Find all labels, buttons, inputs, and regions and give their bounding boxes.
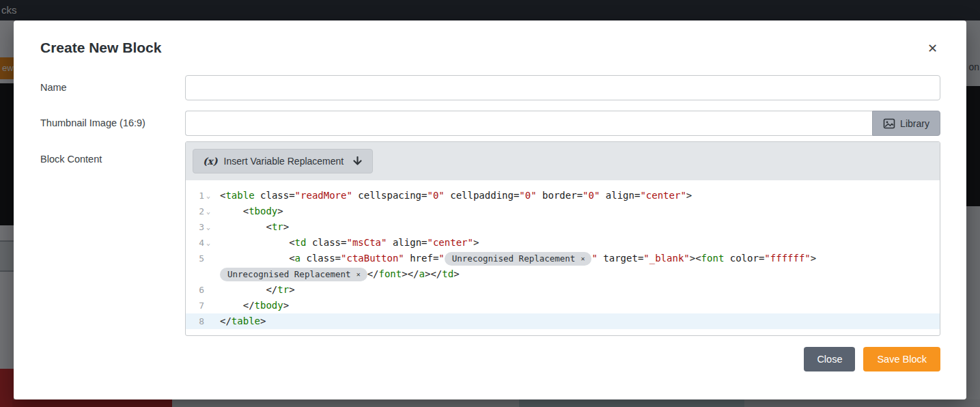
block-content-label: Block Content	[40, 141, 185, 336]
thumbnail-row: Thumbnail Image (16:9) Library	[40, 111, 940, 136]
line-number-gutter: 6	[186, 282, 213, 298]
line-number-gutter: 8	[186, 313, 213, 329]
chevron-down-icon	[352, 156, 363, 166]
code-line-content[interactable]: <tbody>	[213, 204, 940, 219]
line-number: 4	[199, 235, 204, 251]
line-number-gutter: 1⌄	[186, 188, 213, 204]
fold-chevron-icon[interactable]: ⌄	[205, 219, 212, 235]
library-button-label: Library	[900, 118, 929, 129]
name-input[interactable]	[185, 75, 940, 100]
line-number: 6	[199, 282, 204, 298]
save-block-button[interactable]: Save Block	[863, 347, 940, 371]
line-number: 3	[199, 219, 204, 235]
close-button[interactable]: Close	[804, 347, 855, 371]
code-line: 7 </tbody>	[186, 298, 940, 313]
thumbnail-input[interactable]	[185, 111, 872, 136]
modal-title: Create New Block	[40, 40, 161, 56]
code-line: 1⌄<table class="readMore" cellspacing="0…	[186, 188, 940, 204]
image-icon	[883, 117, 895, 130]
fold-chevron-icon[interactable]: ⌄	[205, 204, 212, 219]
modal-header: Create New Block ✕	[40, 40, 940, 57]
code-line-content[interactable]: </tbody>	[213, 298, 940, 313]
pill-label: Unrecognised Replacement	[227, 268, 351, 280]
fold-chevron-icon[interactable]: ⌄	[205, 235, 212, 251]
create-block-modal: Create New Block ✕ Name Thumbnail Image …	[14, 20, 966, 399]
line-number-gutter: 5	[186, 251, 213, 282]
line-number-gutter: 4⌄	[186, 235, 213, 251]
line-number: 1	[199, 188, 204, 204]
name-row: Name	[40, 75, 940, 100]
fold-chevron-icon[interactable]: ⌄	[205, 188, 212, 204]
line-number: 2	[199, 204, 204, 219]
block-content-row: Block Content (x) Insert Variable Replac…	[40, 141, 940, 336]
code-line-content[interactable]: <a class="ctaButton" href="Unrecognised …	[213, 251, 940, 282]
editor-toolbar: (x) Insert Variable Replacement	[186, 142, 940, 180]
line-number: 8	[199, 313, 204, 329]
variable-icon: (x)	[203, 156, 218, 167]
line-number-gutter: 2⌄	[186, 204, 213, 219]
code-line-content[interactable]: </table>	[213, 313, 940, 329]
pill-label: Unrecognised Replacement	[452, 253, 576, 264]
insert-variable-replacement-button[interactable]: (x) Insert Variable Replacement	[193, 149, 373, 173]
unrecognised-replacement-pill[interactable]: Unrecognised Replacement✕	[445, 252, 592, 266]
code-line: 2⌄ <tbody>	[186, 204, 940, 219]
code-editor: (x) Insert Variable Replacement 1⌄<table…	[185, 141, 940, 336]
code-line-content[interactable]: </tr>	[213, 282, 940, 298]
pill-remove-icon[interactable]: ✕	[580, 253, 585, 264]
close-icon[interactable]: ✕	[925, 40, 940, 57]
line-number-gutter: 7	[186, 298, 213, 313]
pill-remove-icon[interactable]: ✕	[356, 268, 361, 280]
code-line: 5 <a class="ctaButton" href="Unrecognise…	[186, 251, 940, 282]
library-button[interactable]: Library	[872, 111, 940, 136]
code-area[interactable]: 1⌄<table class="readMore" cellspacing="0…	[186, 180, 940, 335]
line-number: 7	[199, 298, 204, 313]
code-line: 3⌄ <tr>	[186, 219, 940, 235]
code-line: 4⌄ <td class="msCta" align="center">	[186, 235, 940, 251]
line-number-gutter: 3⌄	[186, 219, 213, 235]
modal-footer: Close Save Block	[40, 347, 940, 371]
name-label: Name	[40, 75, 185, 100]
unrecognised-replacement-pill[interactable]: Unrecognised Replacement✕	[220, 268, 367, 281]
insert-variable-label: Insert Variable Replacement	[224, 156, 344, 167]
code-line-content[interactable]: <td class="msCta" align="center">	[213, 235, 940, 251]
line-number: 5	[199, 251, 204, 266]
code-line: 6 </tr>	[186, 282, 940, 298]
thumbnail-label: Thumbnail Image (16:9)	[40, 111, 185, 136]
code-line-content[interactable]: <tr>	[213, 219, 940, 235]
code-line: 8</table>	[186, 313, 940, 329]
code-line-content[interactable]: <table class="readMore" cellspacing="0" …	[213, 188, 940, 204]
